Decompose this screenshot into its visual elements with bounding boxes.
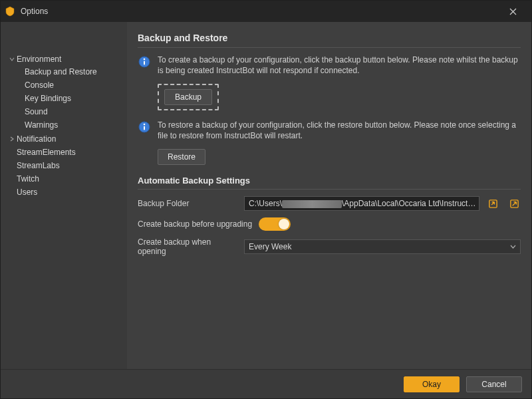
backup-info-text: To create a backup of your configuration… <box>158 55 521 76</box>
restore-button[interactable]: Restore <box>158 149 205 165</box>
upgrade-toggle-label: Create backup before upgrading <box>138 219 252 229</box>
sidebar-item-label: StreamElements <box>17 146 76 158</box>
sidebar-item-twitch[interactable]: Twitch <box>5 173 124 185</box>
sidebar-item-console[interactable]: Console <box>25 79 124 91</box>
backup-button[interactable]: Backup <box>164 89 212 105</box>
restore-info-text: To restore a backup of your configuratio… <box>158 120 521 141</box>
backup-folder-field[interactable]: C:\Users\\AppData\Local\Occaria Ltd\Inst… <box>244 196 479 211</box>
info-icon <box>138 55 151 68</box>
page-title: Backup and Restore <box>138 33 521 48</box>
svg-rect-2 <box>144 61 145 65</box>
opening-select[interactable]: Every Week <box>244 239 521 254</box>
sidebar-item-label: Backup and Restore <box>25 66 97 78</box>
svg-point-4 <box>144 124 146 126</box>
sidebar-item-environment[interactable]: Environment <box>5 53 124 65</box>
main-panel: Backup and Restore To create a backup of… <box>127 22 531 369</box>
chevron-down-icon <box>7 57 17 62</box>
sidebar-item-users[interactable]: Users <box>5 186 124 198</box>
backup-button-highlight: Backup <box>158 84 219 110</box>
sidebar-item-label: Twitch <box>17 173 39 185</box>
path-prefix: C:\Users\ <box>249 199 282 208</box>
automatic-backup-settings-title: Automatic Backup Settings <box>138 176 521 190</box>
opening-select-label: Create backup when opening <box>138 237 237 256</box>
titlebar: Options <box>1 1 531 22</box>
opening-select-value: Every Week <box>249 242 291 251</box>
okay-button[interactable]: Okay <box>404 376 460 392</box>
info-icon <box>138 120 151 134</box>
app-icon <box>5 6 15 17</box>
sidebar-item-streamlabs[interactable]: StreamLabs <box>5 160 124 172</box>
sidebar-item-label: Users <box>17 186 37 198</box>
sidebar-item-label: StreamLabs <box>17 160 60 172</box>
sidebar-item-label: Notification <box>17 133 56 145</box>
sidebar-item-label: Warnings <box>25 119 58 131</box>
path-suffix: \AppData\Local\Occaria Ltd\InstructBot\b… <box>342 199 476 208</box>
sidebar-item-label: Key Bindings <box>25 92 71 104</box>
sidebar-item-label: Console <box>25 79 54 91</box>
sidebar: Environment Backup and Restore Console K… <box>1 22 127 369</box>
svg-rect-5 <box>144 126 145 130</box>
redacted-username <box>282 200 342 208</box>
footer: Okay Cancel <box>1 369 531 398</box>
browse-folder-button[interactable] <box>486 197 499 210</box>
backup-folder-label: Backup Folder <box>138 199 237 208</box>
open-folder-button[interactable] <box>507 197 521 210</box>
sidebar-item-warnings[interactable]: Warnings <box>25 119 124 131</box>
sidebar-item-key-bindings[interactable]: Key Bindings <box>25 92 124 104</box>
chevron-right-icon <box>7 136 17 142</box>
options-window: Options Environment Backup and Restore <box>0 0 532 399</box>
close-button[interactable] <box>499 1 526 22</box>
chevron-down-icon <box>510 245 516 249</box>
sidebar-item-backup-and-restore[interactable]: Backup and Restore <box>25 66 124 78</box>
svg-point-1 <box>144 59 146 61</box>
sidebar-item-label: Sound <box>25 106 48 118</box>
upgrade-toggle[interactable] <box>259 217 291 231</box>
sidebar-item-label: Environment <box>17 53 61 65</box>
backup-folder-value: C:\Users\\AppData\Local\Occaria Ltd\Inst… <box>249 199 476 208</box>
sidebar-item-streamelements[interactable]: StreamElements <box>5 146 124 158</box>
sidebar-item-sound[interactable]: Sound <box>25 106 124 118</box>
cancel-button[interactable]: Cancel <box>466 376 522 392</box>
window-title: Options <box>21 7 48 16</box>
sidebar-item-notification[interactable]: Notification <box>5 133 124 145</box>
